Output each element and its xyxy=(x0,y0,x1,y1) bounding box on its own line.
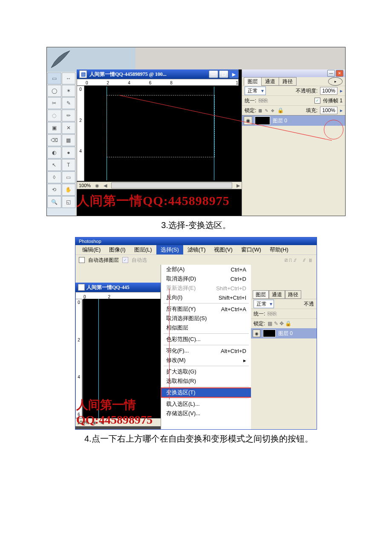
minimize-button[interactable]: — xyxy=(209,70,218,78)
menu-filter[interactable]: 滤镜(T) xyxy=(183,245,210,254)
menu-select[interactable]: 选择(S) xyxy=(156,245,183,254)
menu-item-inverse[interactable]: 反向(I)Shift+Ctrl+I xyxy=(161,293,251,302)
tool-zoom[interactable]: ◱ xyxy=(62,196,76,208)
menu-item-all-layers[interactable]: 所有图层(Y)Alt+Ctrl+A xyxy=(161,304,251,314)
window-buttons: — ☐ ▶ xyxy=(209,69,239,79)
opacity-value[interactable]: 100% xyxy=(320,87,337,95)
document-titlebar[interactable]: ▧ 人间第一情QQ-445898975 @ 100... — ☐ ▶ xyxy=(77,69,239,79)
fill-arrow-icon[interactable]: ▸ xyxy=(340,107,343,113)
menu-item-color-range[interactable]: 色彩范围(C)... xyxy=(161,335,251,344)
tool-slice[interactable]: ✎ xyxy=(62,97,76,109)
menu-item-grow[interactable]: 扩大选取(G) xyxy=(161,367,251,376)
visibility-icon[interactable]: ◉ xyxy=(244,116,252,125)
menu-view[interactable]: 视图(V) xyxy=(210,245,236,254)
tab-paths[interactable]: 路径 xyxy=(279,77,297,86)
tool-heal[interactable]: ◌ xyxy=(47,110,61,121)
menu-layer[interactable]: 图层(L) xyxy=(130,245,156,254)
menu-image[interactable]: 图像(I) xyxy=(105,245,130,254)
canvas[interactable] xyxy=(85,87,239,180)
menu-edit[interactable]: 编辑(E) xyxy=(78,245,105,254)
panel-menu-icon[interactable]: ▸ xyxy=(328,77,343,86)
layers-panel: —✕ 图层 通道 路径 ▸ 正常 不透明度: 100% ▸ 统一: ⎘⎘⎘ ✓ … xyxy=(242,69,345,216)
zoom-level[interactable]: 100% xyxy=(79,183,91,188)
ruler-horizontal: 024681 xyxy=(77,79,239,86)
panel-tabs: 图层 通道 路径 ▸ xyxy=(242,77,345,86)
tool-shape[interactable]: ▭ xyxy=(62,171,76,183)
auto-select-2-checkbox[interactable]: ✓ xyxy=(122,257,128,263)
menu-item-modify[interactable]: 修改(M)▸ xyxy=(161,356,251,365)
next-button[interactable]: ▶ xyxy=(229,70,239,78)
lock-icons[interactable]: ▩ ✎ ✥ 🔒 xyxy=(259,107,283,113)
watermark: 人间第一情QQ:445898975 xyxy=(76,397,161,427)
unify-icons[interactable]: ⎘⎘⎘ xyxy=(268,311,277,317)
opacity-label: 不透 xyxy=(304,301,314,308)
tool-text[interactable]: T xyxy=(62,159,76,171)
toolbox: ▭ ↔ ◯ ✶ ✂ ✎ ◌ ✏ ▣ ✕ ⌫ ▦ ◐ ● ↖ T ◊ ▭ ⟲ ✋ … xyxy=(47,72,76,216)
menu-item-deselect-layers[interactable]: 取消选择图层(S) xyxy=(161,314,251,323)
ruler-vertical: 024 xyxy=(77,86,84,181)
layer-name: 图层 0 xyxy=(273,117,287,124)
doc-info-icon[interactable]: ◉ xyxy=(95,183,99,188)
menu-item-feather[interactable]: 羽化(F)...Alt+Ctrl+D xyxy=(161,346,251,356)
menu-item-similar-layers[interactable]: 相似图层 xyxy=(161,323,251,332)
menu-window[interactable]: 窗口(W) xyxy=(237,245,265,254)
menu-item-save-selection[interactable]: 存储选区(V)... xyxy=(161,409,251,418)
propagate-label: 传播帧 1 xyxy=(323,97,343,104)
panel-minimize-icon[interactable]: — xyxy=(327,70,335,77)
unify-icon[interactable]: ⎘⎘⎘ xyxy=(259,98,268,104)
tool-lasso[interactable]: ◯ xyxy=(47,85,61,97)
lock-icons[interactable]: ▩ ✎ ✥ 🔒 xyxy=(268,321,291,327)
tool-dodge[interactable]: ● xyxy=(62,147,76,159)
tab-channels[interactable]: 通道 xyxy=(269,290,285,299)
selection-marquee xyxy=(107,95,215,157)
scroll-right-icon[interactable]: ▶ xyxy=(236,183,240,188)
tool-marquee[interactable]: ▭ xyxy=(47,72,61,84)
tab-layers[interactable]: 图层 xyxy=(244,77,262,86)
tool-wand[interactable]: ✶ xyxy=(62,85,76,97)
align-icons[interactable]: ⎚ ⎍ ⎎ ⫽ ⫼ xyxy=(285,257,313,264)
tool-stamp[interactable]: ▣ xyxy=(47,122,61,134)
tool-hand[interactable]: 🔍 xyxy=(47,196,61,208)
scrollbar[interactable] xyxy=(111,182,232,188)
caption-2: 4.点一下右上方哪个在自由变换和变形模式之间切换的按钮。 xyxy=(0,433,392,445)
layer-row[interactable]: ◉ 图层 0 xyxy=(251,328,317,338)
app-titlebar: Photoshop xyxy=(75,237,317,245)
blend-mode-select[interactable]: 正常 xyxy=(254,300,274,308)
panel-close-icon[interactable]: ✕ xyxy=(336,70,343,77)
menu-item-load-selection[interactable]: 载入选区(L)... xyxy=(161,399,251,409)
blend-mode-select[interactable]: 正常 xyxy=(245,87,266,95)
fill-value[interactable]: 100% xyxy=(320,107,337,114)
panel-tabs: 图层 通道 路径 xyxy=(251,290,317,299)
tool-blur[interactable]: ◐ xyxy=(47,147,61,159)
menu-item-transform-selection[interactable]: 变换选区(T) xyxy=(161,388,251,397)
menu-help[interactable]: 帮助(H) xyxy=(265,245,293,254)
tab-channels[interactable]: 通道 xyxy=(261,77,279,86)
tool-path[interactable]: ↖ xyxy=(47,159,61,171)
menu-item-deselect[interactable]: 取消选择(D)Ctrl+D xyxy=(161,274,251,283)
scroll-left-icon[interactable]: ◀ xyxy=(104,183,107,188)
options-bar: 自动选择图层 ✓ 自动选 ⎚ ⎍ ⎎ ⫽ ⫼ xyxy=(75,254,317,266)
tool-eraser[interactable]: ⌫ xyxy=(47,134,61,146)
tool-brush[interactable]: ✏ xyxy=(62,110,76,121)
tab-paths[interactable]: 路径 xyxy=(285,290,301,299)
tool-pen[interactable]: ◊ xyxy=(47,171,61,183)
auto-select-label: 自动选择图层 xyxy=(88,257,119,264)
propagate-checkbox[interactable]: ✓ xyxy=(314,98,320,104)
tool-gradient[interactable]: ▦ xyxy=(62,134,76,146)
maximize-button[interactable]: ☐ xyxy=(219,70,228,78)
menu-item-all[interactable]: 全部(A)Ctrl+A xyxy=(161,265,251,274)
opacity-arrow-icon[interactable]: ▸ xyxy=(340,88,343,94)
tool-move[interactable]: ↔ xyxy=(62,72,76,84)
panel-titlebar[interactable]: —✕ xyxy=(242,69,345,77)
visibility-icon[interactable]: ◉ xyxy=(253,330,260,337)
tool-notes[interactable]: ⟲ xyxy=(47,184,61,196)
document-titlebar[interactable]: 人间第一情QQ-445 xyxy=(75,283,161,292)
tool-history[interactable]: ✕ xyxy=(62,122,76,134)
menu-item-similar[interactable]: 选取相似(R) xyxy=(161,376,251,386)
tab-layers[interactable]: 图层 xyxy=(253,290,269,299)
auto-select-checkbox[interactable] xyxy=(79,257,85,263)
tool-crop[interactable]: ✂ xyxy=(47,97,61,109)
tool-eyedrop[interactable]: ✋ xyxy=(62,184,76,196)
document-title: 人间第一情QQ-445898975 @ 100... xyxy=(89,71,167,78)
menu-item-reselect: 重新选择(E)Shift+Ctrl+D xyxy=(161,283,251,293)
